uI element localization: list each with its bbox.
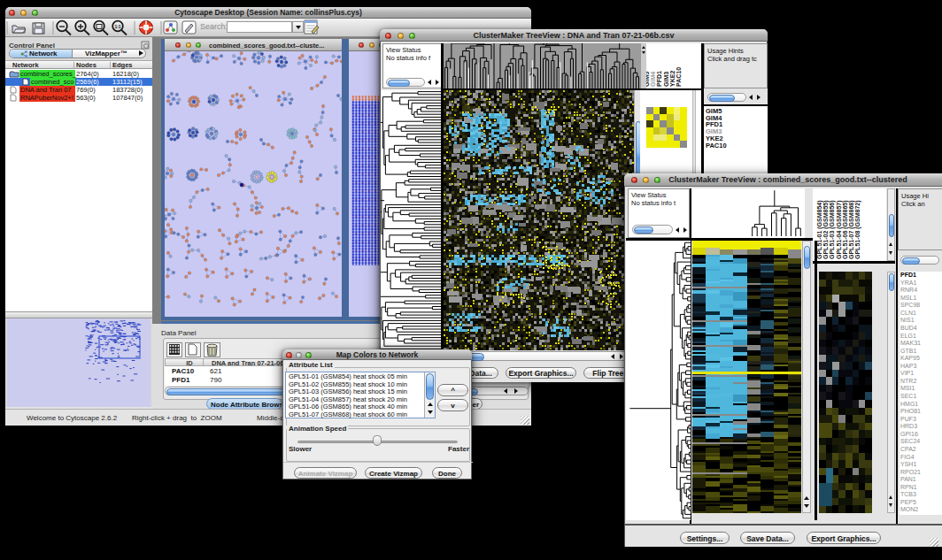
svg-text:PAC10: PAC10 — [676, 67, 682, 87]
svg-text:GIM3: GIM3 — [663, 72, 669, 87]
svg-text:GIM4: GIM4 — [650, 72, 656, 87]
svg-text:PFD1: PFD1 — [656, 71, 662, 87]
svg-text:GPL51-08 (GSM872): GPL51-08 (GSM872) — [854, 200, 861, 259]
svg-text:1:1: 1:1 — [114, 24, 120, 29]
svg-text:YKE2: YKE2 — [669, 71, 676, 87]
